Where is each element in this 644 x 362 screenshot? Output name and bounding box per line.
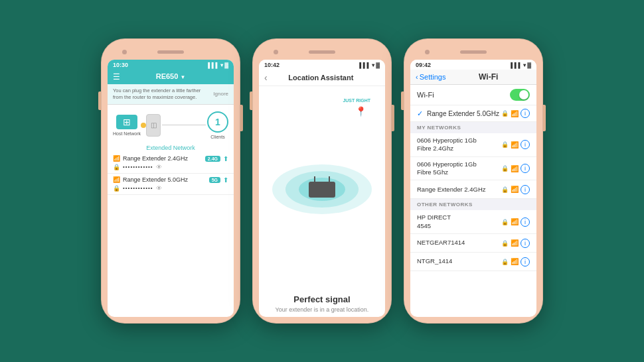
signal-icon-2: ▌▌▌ [359, 62, 370, 68]
phone-2-header: ‹ Location Assistant [259, 70, 385, 86]
ignore-button[interactable]: Ignore [213, 91, 228, 97]
battery-icon-3: ▓ [527, 62, 531, 68]
info-icon-n2[interactable]: i [521, 164, 530, 173]
info-icon-o1[interactable]: i [521, 217, 530, 227]
phone-2-status-icons: ▌▌▌ ▾ ▓ [359, 62, 380, 68]
eye-icon[interactable]: 👁 [156, 164, 162, 170]
phone-3-speaker [460, 50, 487, 54]
eye-icon-2[interactable]: 👁 [156, 185, 162, 192]
phone-1: 10:30 ▌▌▌ ▾ ▓ ☰ RE650 ▼ You can plug the… [101, 38, 240, 324]
phone-1-camera [122, 50, 127, 54]
signal-icon-3: ▌▌▌ [511, 62, 522, 68]
wifi-connected-icon: 📶 [511, 110, 519, 117]
chevron-left-icon: ‹ [416, 73, 418, 81]
password-field-2[interactable]: •••••••••••• [123, 185, 153, 191]
network-item-2: 📶 Range Extender 5.0GHz 5G ⬆ 🔒 •••••••••… [108, 174, 234, 195]
wifi-status-icon-2: ▾ [372, 62, 374, 68]
info-icon-o2[interactable]: i [521, 239, 530, 248]
wifi-icon-2: 📶 [113, 176, 120, 183]
connection-line [162, 125, 206, 125]
share-icon-2[interactable]: ⬆ [223, 176, 228, 184]
phone-2: 10:42 ▌▌▌ ▾ ▓ ‹ Location Assistant [252, 38, 392, 324]
phone-1-status-icons: ▌▌▌ ▾ ▓ [208, 62, 228, 68]
info-icon-o3[interactable]: i [521, 257, 530, 267]
lock-icon-3: 🔒 [501, 110, 509, 117]
wifi-status-icon-3: ▾ [523, 62, 526, 68]
other-network-1[interactable]: HP DIRECT4545 🔒 📶 i [410, 210, 536, 234]
phone-2-time: 10:42 [264, 62, 280, 68]
settings-back-label: Settings [420, 73, 446, 81]
phone-1-screen: 10:30 ▌▌▌ ▾ ▓ ☰ RE650 ▼ You can plug the… [108, 60, 234, 317]
info-icon[interactable]: i [521, 109, 530, 118]
share-icon[interactable]: ⬆ [223, 155, 228, 162]
my-networks-header: MY NETWORKS [410, 122, 536, 133]
phone-2-top-bar [259, 45, 385, 58]
phone-3-status-bar: 09:42 ▌▌▌ ▾ ▓ [410, 60, 536, 70]
my-network-1[interactable]: 0606 Hyperoptic 1GbFibre 2.4Ghz 🔒 📶 i [410, 133, 536, 157]
lock-icon-2: 🔒 [113, 185, 120, 192]
other-network-1-name: HP DIRECT4545 [417, 213, 501, 230]
wifi-icon-n3: 📶 [511, 186, 519, 193]
network-name-2: Range Extender 5.0GHz [123, 176, 206, 183]
battery-icon-2: ▓ [376, 62, 380, 68]
other-networks-header: OTHER NETWORKS [410, 199, 536, 210]
other-network-2-name: NETGEAR71414 [417, 239, 501, 247]
connected-network-name: Range Extender 5.0GHz [427, 110, 501, 117]
phone-3-title: Wi-Fi [445, 72, 531, 82]
network-item-1: 📶 Range Extender 2.4GHz 2.4G ⬆ 🔒 •••••••… [108, 152, 234, 174]
phone-2-status-bar: 10:42 ▌▌▌ ▾ ▓ [259, 60, 385, 70]
phone-3-header: ‹ Settings Wi-Fi [410, 70, 536, 85]
signal-visual: JUST RIGHT 📍 [259, 86, 385, 289]
lock-icon-n2: 🔒 [501, 165, 509, 172]
settings-back-button[interactable]: ‹ Settings [416, 73, 445, 81]
phone-3-screen: 09:42 ▌▌▌ ▾ ▓ ‹ Settings Wi-Fi Wi-Fi [410, 60, 536, 317]
signal-icon: ▌▌▌ [208, 62, 219, 68]
wifi-icon: 📶 [113, 155, 120, 162]
info-icon-n3[interactable]: i [521, 185, 530, 194]
lock-icon-n1: 🔒 [501, 141, 509, 148]
location-pin-icon: 📍 [355, 106, 366, 117]
wifi-toggle[interactable] [510, 89, 530, 101]
lock-icon-o1: 🔒 [501, 219, 509, 225]
menu-icon[interactable]: ☰ [113, 72, 120, 82]
perfect-signal-title: Perfect signal [270, 294, 374, 304]
extended-network-label: Extended Network [108, 142, 234, 152]
phone-1-time: 10:30 [113, 62, 128, 68]
other-network-2[interactable]: NETGEAR71414 🔒 📶 i [410, 234, 536, 253]
other-network-3-name: NTGR_1414 [417, 257, 501, 265]
network-name-1: Range Extender 2.4GHz [123, 155, 202, 162]
password-field-1[interactable]: •••••••••••• [123, 164, 153, 170]
perfect-signal-desc: Your extender is in a great location. [270, 306, 374, 313]
wifi-status-icon: ▾ [220, 62, 223, 68]
lock-icon-o2: 🔒 [501, 240, 509, 247]
lock-icon: 🔒 [113, 164, 120, 170]
just-right-label: JUST RIGHT [343, 98, 370, 103]
my-network-3[interactable]: Range Extender 2.4GHz 🔒 📶 i [410, 180, 536, 199]
phone-3-camera [425, 50, 430, 54]
extender-box: ◫ [146, 114, 161, 137]
wifi-icon-o1: 📶 [511, 218, 519, 225]
connected-network-row[interactable]: ✓ Range Extender 5.0GHz 🔒 📶 i [410, 105, 536, 122]
perfect-signal-section: Perfect signal Your extender is in a gre… [259, 289, 385, 317]
wifi-icon-n1: 📶 [511, 141, 519, 149]
phone-2-camera [274, 50, 278, 54]
my-network-2[interactable]: 0606 Hyperoptic 1GbFibre 5Ghz 🔒 📶 i [410, 157, 536, 181]
clients-box: 1 Clients [207, 111, 228, 139]
phone-2-screen: 10:42 ▌▌▌ ▾ ▓ ‹ Location Assistant [259, 60, 385, 317]
phones-container: 10:30 ▌▌▌ ▾ ▓ ☰ RE650 ▼ You can plug the… [101, 0, 543, 362]
clients-count: 1 [207, 111, 228, 133]
lock-icon-o3: 🔒 [501, 259, 509, 265]
info-icon-n1[interactable]: i [521, 140, 530, 149]
checkmark-icon: ✓ [417, 109, 423, 118]
battery-icon: ▓ [224, 62, 228, 68]
other-network-3[interactable]: NTGR_1414 🔒 📶 i [410, 253, 536, 271]
back-button[interactable]: ‹ [264, 72, 268, 83]
phone-1-speaker [157, 50, 184, 54]
banner-text: You can plug the extender a little farth… [113, 88, 209, 101]
phone-1-title: RE650 ▼ [156, 72, 186, 80]
wifi-icon-n2: 📶 [511, 165, 519, 172]
phone-1-status-bar: 10:30 ▌▌▌ ▾ ▓ [108, 60, 234, 70]
wifi-toggle-label: Wi-Fi [417, 91, 434, 99]
clients-label: Clients [210, 135, 224, 139]
badge-5g: 5G [209, 177, 220, 183]
